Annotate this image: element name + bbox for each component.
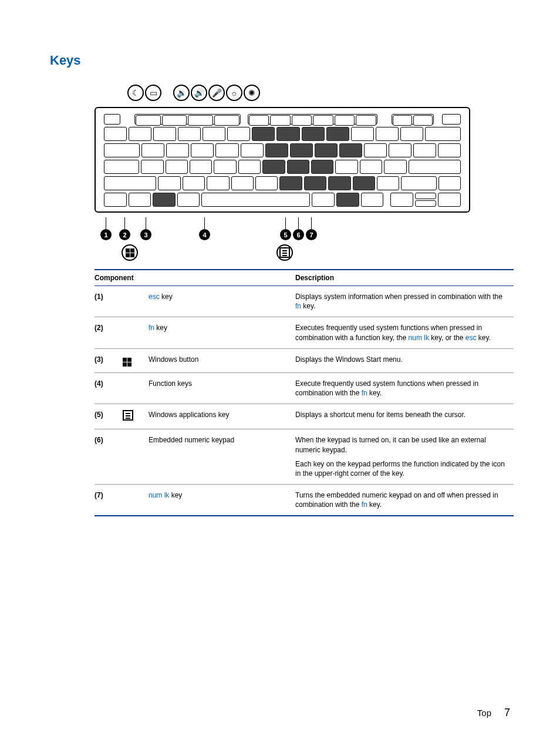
components-table: Component Description (1)esc keyDisplays… bbox=[95, 269, 514, 516]
keyboard-diagram: ☾ ▭ 🔉 🔊 🎤 ☼ ✺ bbox=[95, 85, 470, 258]
row-number: (4) bbox=[95, 372, 123, 404]
page-footer: Top 7 bbox=[477, 707, 510, 719]
applications-menu-icon bbox=[276, 244, 293, 261]
volume-up-icon: 🔊 bbox=[191, 85, 207, 101]
component-description: Displays system information when pressed… bbox=[295, 286, 514, 317]
footer-page-number: 7 bbox=[504, 707, 510, 719]
table-row: (6)Embedded numeric keypadWhen the keypa… bbox=[95, 429, 514, 485]
callout-row: 1 2 3 4 5 6 7 bbox=[95, 217, 470, 258]
component-name: num lk key bbox=[149, 485, 295, 516]
applications-menu-icon bbox=[123, 410, 133, 421]
windows-logo-icon bbox=[122, 244, 138, 261]
windows-logo-icon bbox=[123, 358, 131, 367]
component-name: Embedded numeric keypad bbox=[149, 429, 295, 485]
component-description: Displays the Windows Start menu. bbox=[295, 348, 514, 372]
callout-7: 7 bbox=[306, 229, 317, 240]
table-row: (7)num lk keyTurns the embedded numeric … bbox=[95, 485, 514, 516]
component-name: esc key bbox=[149, 286, 295, 317]
keyboard-outline bbox=[95, 107, 470, 213]
footer-section: Top bbox=[477, 708, 491, 718]
row-number: (3) bbox=[95, 348, 123, 372]
callout-5: 5 bbox=[280, 229, 291, 240]
callout-1: 1 bbox=[100, 229, 112, 240]
table-row: (5)Windows applications keyDisplays a sh… bbox=[95, 404, 514, 429]
volume-down-icon: 🔉 bbox=[173, 85, 190, 101]
row-number: (6) bbox=[95, 429, 123, 485]
callout-2: 2 bbox=[119, 229, 130, 240]
row-icon bbox=[123, 348, 149, 372]
row-icon bbox=[123, 286, 149, 317]
brightness-down-icon: ☼ bbox=[226, 85, 242, 101]
callout-3: 3 bbox=[140, 229, 151, 240]
callout-4: 4 bbox=[199, 229, 210, 240]
row-number: (1) bbox=[95, 286, 123, 317]
component-name: fn key bbox=[149, 317, 295, 348]
brightness-up-icon: ✺ bbox=[244, 85, 260, 101]
callout-6: 6 bbox=[293, 229, 304, 240]
row-icon bbox=[123, 372, 149, 404]
row-icon bbox=[123, 404, 149, 429]
component-description: Execute frequently used system functions… bbox=[295, 372, 514, 404]
component-name: Function keys bbox=[149, 372, 295, 404]
row-icon bbox=[123, 317, 149, 348]
table-row: (4)Function keysExecute frequently used … bbox=[95, 372, 514, 404]
th-description: Description bbox=[295, 270, 514, 286]
table-row: (1)esc keyDisplays system information wh… bbox=[95, 286, 514, 317]
moon-icon: ☾ bbox=[127, 85, 144, 101]
fn-icon-row: ☾ ▭ 🔉 🔊 🎤 ☼ ✺ bbox=[95, 85, 470, 101]
display-icon: ▭ bbox=[145, 85, 161, 101]
mic-mute-icon: 🎤 bbox=[208, 85, 225, 101]
table-row: (2)fn keyExecutes frequently used system… bbox=[95, 317, 514, 348]
row-number: (5) bbox=[95, 404, 123, 429]
component-description: When the keypad is turned on, it can be … bbox=[295, 429, 514, 485]
component-description: Displays a shortcut menu for items benea… bbox=[295, 404, 514, 429]
section-heading-keys: Keys bbox=[50, 53, 510, 68]
row-icon bbox=[123, 429, 149, 485]
row-icon bbox=[123, 485, 149, 516]
component-name: Windows applications key bbox=[149, 404, 295, 429]
component-description: Turns the embedded numeric keypad on and… bbox=[295, 485, 514, 516]
row-number: (2) bbox=[95, 317, 123, 348]
component-description: Executes frequently used system function… bbox=[295, 317, 514, 348]
component-name: Windows button bbox=[149, 348, 295, 372]
row-number: (7) bbox=[95, 485, 123, 516]
th-component: Component bbox=[95, 270, 295, 286]
table-row: (3)Windows buttonDisplays the Windows St… bbox=[95, 348, 514, 372]
